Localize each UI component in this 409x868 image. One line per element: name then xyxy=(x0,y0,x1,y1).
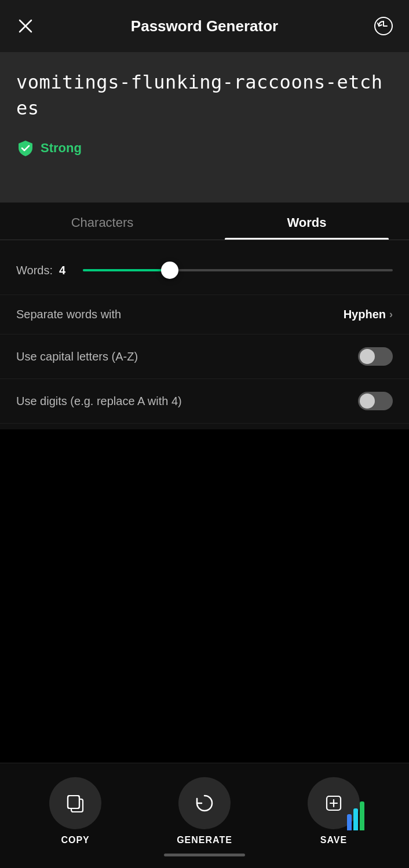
separator-row[interactable]: Separate words with Hyphen › xyxy=(0,295,409,334)
generate-circle xyxy=(178,777,231,829)
separator-label: Separate words with xyxy=(16,308,121,321)
tab-characters[interactable]: Characters xyxy=(0,203,204,240)
save-label: SAVE xyxy=(320,835,347,845)
tab-words[interactable]: Words xyxy=(204,203,409,240)
settings-panel: Words: 4 Separate words with Hyphen › Us… xyxy=(0,240,409,429)
slider-track[interactable] xyxy=(83,269,393,271)
words-count-value: 4 xyxy=(59,264,65,277)
close-button[interactable] xyxy=(14,14,37,38)
copy-icon xyxy=(63,791,87,815)
save-button[interactable]: SAVE xyxy=(308,777,360,845)
chevron-right-icon: › xyxy=(389,308,393,321)
tabs-bar: Characters Words xyxy=(0,203,409,240)
password-display: vomitings-flunking-raccoons-etches xyxy=(16,69,393,122)
words-count-row: Words: 4 xyxy=(0,246,409,295)
page-title: Password Generator xyxy=(131,17,278,35)
capitals-toggle[interactable] xyxy=(358,347,393,366)
bottom-bar: COPY GENERATE xyxy=(0,763,409,868)
home-indicator xyxy=(164,854,245,856)
password-section: vomitings-flunking-raccoons-etches Stron… xyxy=(0,52,409,203)
strength-indicator: Strong xyxy=(16,139,393,157)
strength-label: Strong xyxy=(41,141,82,156)
words-slider-container xyxy=(83,259,393,282)
slider-thumb[interactable] xyxy=(161,262,178,279)
words-count-label: Words: 4 xyxy=(16,264,65,277)
copy-button[interactable]: COPY xyxy=(49,777,101,845)
history-button[interactable] xyxy=(372,14,395,38)
header: Password Generator xyxy=(0,0,409,52)
content-spacer xyxy=(0,429,409,649)
generate-button[interactable]: GENERATE xyxy=(177,777,232,845)
shield-icon xyxy=(16,139,35,157)
color-bars xyxy=(347,801,364,830)
save-icon xyxy=(322,791,346,815)
copy-label: COPY xyxy=(61,835,89,845)
refresh-icon xyxy=(192,791,217,815)
capitals-row: Use capital letters (A-Z) xyxy=(0,334,409,379)
generate-label: GENERATE xyxy=(177,835,232,845)
capitals-toggle-thumb xyxy=(360,349,375,364)
svg-rect-4 xyxy=(68,796,79,808)
digits-row: Use digits (e.g. replace A with 4) xyxy=(0,379,409,424)
separator-value[interactable]: Hyphen › xyxy=(344,308,393,321)
slider-fill xyxy=(83,269,170,271)
digits-toggle[interactable] xyxy=(358,392,393,410)
copy-circle xyxy=(49,777,101,829)
digits-toggle-thumb xyxy=(360,393,375,409)
digits-label: Use digits (e.g. replace A with 4) xyxy=(16,395,182,408)
capitals-label: Use capital letters (A-Z) xyxy=(16,350,138,363)
bottom-actions: COPY GENERATE xyxy=(0,777,409,845)
